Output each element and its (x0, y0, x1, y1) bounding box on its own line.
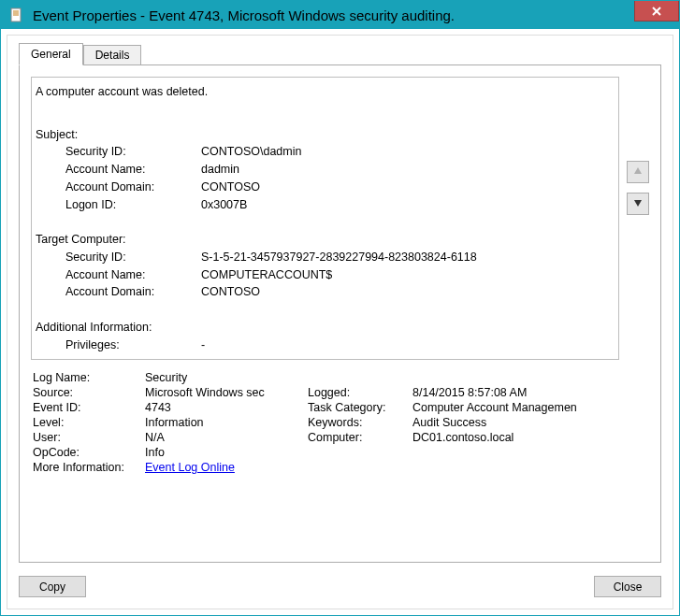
task-category-label: Task Category: (308, 401, 409, 414)
description-headline: A computer account was deleted. (36, 83, 615, 101)
close-icon (652, 4, 661, 19)
target-security-id-value: S-1-5-21-3457937927-2839227994-823803824… (201, 249, 477, 266)
logged-label: Logged: (308, 386, 409, 399)
next-event-button[interactable] (627, 193, 649, 215)
arrow-down-icon (633, 198, 643, 209)
tab-details[interactable]: Details (83, 45, 142, 65)
svg-marker-6 (634, 167, 642, 174)
dialog-button-row: Copy Close (19, 576, 661, 597)
navigation-arrows (627, 77, 649, 369)
target-account-name-value: COMPUTERACCOUNT$ (201, 266, 332, 284)
user-value: N/A (145, 431, 304, 444)
close-button[interactable]: Close (594, 576, 661, 597)
window-title: Event Properties - Event 4743, Microsoft… (33, 7, 455, 23)
event-id-label: Event ID: (33, 401, 141, 414)
window-close-button[interactable] (634, 1, 679, 21)
subject-security-id-value: CONTOSO\dadmin (201, 143, 301, 161)
more-info-label: More Information: (33, 461, 141, 474)
event-info-grid: Log Name: Security Source: Microsoft Win… (31, 369, 649, 476)
subject-logon-id-label: Logon ID: (65, 196, 201, 214)
privileges-value: - (201, 337, 205, 354)
svg-marker-7 (634, 200, 642, 207)
event-id-value: 4743 (145, 401, 304, 414)
event-description-pane: A computer account was deleted. Subject:… (31, 77, 619, 360)
user-label: User: (33, 431, 141, 444)
log-name-label: Log Name: (33, 371, 141, 384)
additional-header: Additional Information: (36, 319, 615, 337)
privileges-label: Privileges: (65, 337, 201, 354)
target-account-domain-value: CONTOSO (201, 283, 260, 301)
opcode-value: Info (145, 446, 647, 459)
copy-button[interactable]: Copy (19, 576, 86, 597)
target-header: Target Computer: (36, 231, 615, 249)
titlebar: Event Properties - Event 4743, Microsoft… (1, 1, 679, 29)
computer-label: Computer: (308, 431, 409, 444)
prev-event-button[interactable] (627, 161, 649, 183)
logged-value: 8/14/2015 8:57:08 AM (412, 386, 647, 399)
source-label: Source: (33, 386, 141, 399)
subject-account-name-value: dadmin (201, 161, 239, 179)
event-log-online-link[interactable]: Event Log Online (145, 461, 235, 474)
subject-security-id-label: Security ID: (65, 143, 201, 161)
computer-value: DC01.contoso.local (412, 431, 647, 444)
target-account-name-label: Account Name: (65, 266, 201, 284)
keywords-value: Audit Success (412, 416, 647, 429)
log-name-value: Security (145, 371, 647, 384)
subject-logon-id-value: 0x3007B (201, 196, 247, 214)
subject-account-domain-value: CONTOSO (201, 179, 260, 196)
dialog-frame: General Details A computer account was d… (7, 35, 673, 609)
tab-strip: General Details (19, 45, 661, 65)
target-security-id-label: Security ID: (65, 249, 201, 266)
subject-account-domain-label: Account Domain: (65, 179, 201, 196)
event-properties-window: Event Properties - Event 4743, Microsoft… (0, 0, 680, 616)
client-area: General Details A computer account was d… (1, 29, 679, 615)
level-value: Information (145, 416, 304, 429)
source-value: Microsoft Windows sec (145, 386, 304, 399)
tab-panel-general: A computer account was deleted. Subject:… (19, 64, 661, 563)
task-category-value: Computer Account Managemen (412, 401, 647, 414)
arrow-up-icon (633, 166, 643, 178)
opcode-label: OpCode: (33, 446, 141, 459)
tab-general[interactable]: General (19, 43, 83, 65)
level-label: Level: (33, 416, 141, 429)
subject-account-name-label: Account Name: (65, 161, 201, 179)
keywords-label: Keywords: (308, 416, 409, 429)
subject-header: Subject: (36, 126, 615, 144)
target-account-domain-label: Account Domain: (65, 283, 201, 301)
app-icon (8, 7, 23, 22)
